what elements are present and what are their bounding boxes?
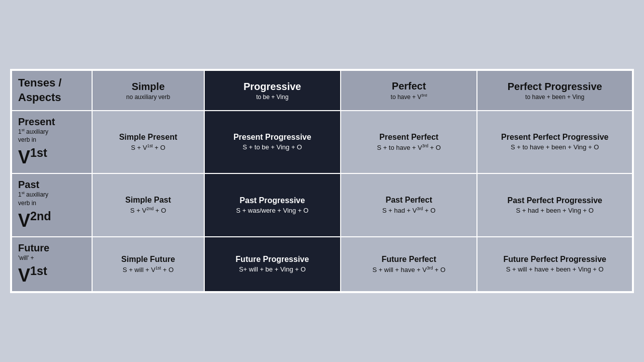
future-aux: 'will' + [18, 254, 86, 262]
header-row: Tenses /Aspects Simple no auxiliary verb… [12, 70, 632, 110]
tenses-aspects-label: Tenses /Aspects [18, 76, 61, 104]
future-row-header: Future 'will' + V1st [12, 237, 92, 292]
tenses-aspects-header: Tenses /Aspects [12, 70, 92, 110]
present-row: Present 1st auxiliaryverb in V1st Simple… [12, 111, 632, 174]
future-row: Future 'will' + V1st Simple Future S + w… [12, 237, 632, 292]
present-row-header: Present 1st auxiliaryverb in V1st [12, 111, 92, 174]
past-perfect-cell: Past Perfect S + had + V3rd + O [341, 173, 477, 237]
present-title: Present [18, 116, 86, 128]
present-perfect-progressive-cell: Present Perfect Progressive S + to have … [477, 111, 632, 174]
future-simple-formula: S + will + V1st + O [99, 265, 197, 274]
past-simple-cell: Simple Past S + V2nd + O [92, 173, 204, 237]
past-aux: 1st auxiliaryverb in [18, 191, 86, 208]
perfect-prog-sub: to have + been + Ving [484, 94, 626, 101]
future-perfect-cell: Future Perfect S + will + have + V3rd + … [341, 237, 477, 292]
simple-title: Simple [99, 81, 197, 93]
future-title: Future [18, 242, 86, 254]
future-simple-cell: Simple Future S + will + V1st + O [92, 237, 204, 292]
present-aux: 1st auxiliaryverb in [18, 128, 86, 145]
present-simple-formula: S + V1st + O [99, 143, 197, 151]
present-perfect-progressive-title: Present Perfect Progressive [484, 133, 626, 142]
simple-sub: no auxiliary verb [99, 94, 197, 101]
past-progressive-formula: S + was/were + Ving + O [211, 207, 334, 214]
future-v: V1st [18, 264, 86, 286]
present-perfect-title: Present Perfect [347, 133, 470, 142]
past-simple-title: Simple Past [99, 196, 197, 205]
present-simple-title: Simple Present [99, 133, 197, 142]
past-progressive-cell: Past Progressive S + was/were + Ving + O [204, 173, 341, 237]
present-progressive-cell: Present Progressive S + to be + Ving + O [204, 111, 341, 174]
past-row: Past 1st auxiliaryverb in V2nd Simple Pa… [12, 173, 632, 237]
present-perfect-formula: S + to have + V3rd + O [347, 143, 470, 151]
present-progressive-title: Present Progressive [211, 133, 334, 142]
perfect-sub: to have + V3rd [347, 93, 470, 101]
future-progressive-cell: Future Progressive S+ will + be + Ving +… [204, 237, 341, 292]
past-perfect-progressive-title: Past Perfect Progressive [484, 196, 626, 205]
present-v: V1st [18, 146, 86, 168]
future-progressive-title: Future Progressive [211, 255, 334, 264]
past-progressive-title: Past Progressive [211, 196, 334, 205]
future-progressive-formula: S+ will + be + Ving + O [211, 265, 334, 273]
simple-header: Simple no auxiliary verb [92, 70, 204, 110]
present-perfect-cell: Present Perfect S + to have + V3rd + O [341, 111, 477, 174]
past-row-header: Past 1st auxiliaryverb in V2nd [12, 173, 92, 237]
future-perfect-formula: S + will + have + V3rd + O [347, 265, 470, 274]
past-perfect-title: Past Perfect [347, 196, 470, 205]
perfect-progressive-header: Perfect Progressive to have + been + Vin… [477, 70, 632, 110]
future-perfect-progressive-title: Future Perfect Progressive [484, 255, 626, 264]
present-progressive-formula: S + to be + Ving + O [211, 143, 334, 151]
past-title: Past [18, 179, 86, 191]
perfect-title: Perfect [347, 80, 470, 92]
grammar-table: Tenses /Aspects Simple no auxiliary verb… [10, 69, 634, 293]
past-perfect-formula: S + had + V3rd + O [347, 206, 470, 214]
past-simple-formula: S + V2nd + O [99, 206, 197, 214]
present-perfect-progressive-formula: S + to have + been + Ving + O [484, 143, 626, 151]
past-v: V2nd [18, 210, 86, 231]
present-simple-cell: Simple Present S + V1st + O [92, 111, 204, 174]
past-perfect-progressive-formula: S + had + been + Ving + O [484, 207, 626, 214]
future-perfect-progressive-cell: Future Perfect Progressive S + will + ha… [477, 237, 632, 292]
future-perfect-title: Future Perfect [347, 255, 470, 264]
progressive-title: Progressive [211, 81, 334, 93]
perfect-header: Perfect to have + V3rd [341, 70, 477, 110]
past-perfect-progressive-cell: Past Perfect Progressive S + had + been … [477, 173, 632, 237]
future-simple-title: Simple Future [99, 255, 197, 264]
perfect-prog-title: Perfect Progressive [484, 81, 626, 93]
progressive-header: Progressive to be + Ving [204, 70, 341, 110]
future-perfect-progressive-formula: S + will + have + been + Ving + O [484, 265, 626, 273]
progressive-sub: to be + Ving [211, 94, 334, 101]
